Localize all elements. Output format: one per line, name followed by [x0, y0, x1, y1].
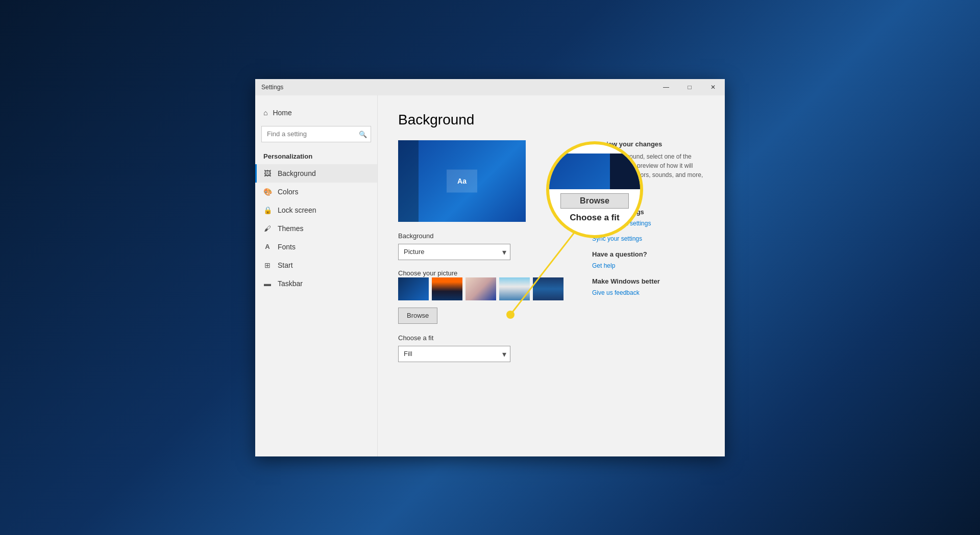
fonts-icon: A	[263, 243, 272, 251]
page-title: Background	[398, 112, 704, 128]
sidebar-item-label: Background	[278, 169, 316, 177]
colors-icon: 🎨	[263, 188, 272, 196]
desktop-preview: Aa	[398, 140, 526, 222]
sidebar: ⌂ Home 🔍 Personalization 🖼 Background 🎨 …	[255, 95, 378, 456]
sidebar-item-label: Start	[278, 261, 293, 269]
title-bar: Settings — □ ✕	[255, 79, 725, 95]
picture-thumb-4[interactable]	[499, 277, 530, 300]
main-content: Background Aa Background Picture Solid c…	[378, 95, 725, 456]
search-icon: 🔍	[359, 130, 367, 138]
home-icon: ⌂	[263, 109, 267, 117]
sidebar-item-themes[interactable]: 🖌 Themes	[255, 219, 377, 238]
sidebar-item-home[interactable]: ⌂ Home	[255, 104, 377, 122]
choose-fit-label: Choose a fit	[398, 334, 572, 342]
choose-fit-dropdown-wrapper: Fill Fit Stretch Tile Center Span ▾	[398, 346, 510, 362]
sidebar-item-label: Themes	[278, 224, 304, 233]
background-dropdown[interactable]: Picture Solid color Slideshow	[398, 244, 510, 260]
close-button[interactable]: ✕	[701, 79, 725, 95]
background-icon: 🖼	[263, 169, 272, 177]
sidebar-section-title: Personalization	[255, 150, 377, 164]
sidebar-item-start[interactable]: ⊞ Start	[255, 256, 377, 274]
picture-thumb-3[interactable]	[465, 277, 496, 300]
make-better-heading: Make Windows better	[592, 277, 704, 285]
choose-fit-dropdown[interactable]: Fill Fit Stretch Tile Center Span	[398, 346, 510, 362]
picture-thumb-5[interactable]	[533, 277, 564, 300]
content-left: Aa Background Picture Solid color Slides…	[398, 140, 572, 370]
picture-thumb-1[interactable]	[398, 277, 429, 300]
sidebar-item-taskbar[interactable]: ▬ Taskbar	[255, 274, 377, 293]
minimize-button[interactable]: —	[654, 79, 678, 95]
sidebar-item-label: Colors	[278, 188, 298, 196]
related-settings-heading: Related Settings	[592, 208, 704, 216]
preview-monitor-label: Aa	[447, 169, 477, 192]
sidebar-item-colors[interactable]: 🎨 Colors	[255, 183, 377, 201]
sidebar-search-container: 🔍	[261, 126, 371, 142]
sidebar-item-label: Fonts	[278, 243, 296, 251]
choose-picture-label: Choose your picture	[398, 269, 457, 277]
background-dropdown-label: Background	[398, 232, 572, 240]
high-contrast-link[interactable]: High contrast settings	[592, 220, 704, 227]
window-body: ⌂ Home 🔍 Personalization 🖼 Background 🎨 …	[255, 95, 725, 456]
home-label: Home	[273, 109, 291, 117]
preview-title: Preview your changes	[592, 140, 704, 148]
feedback-link[interactable]: Give us feedback	[592, 289, 704, 296]
sidebar-item-label: Lock screen	[278, 206, 316, 214]
picture-grid	[398, 277, 572, 300]
sidebar-item-background[interactable]: 🖼 Background	[255, 164, 377, 183]
picture-thumb-2[interactable]	[432, 277, 462, 300]
preview-description: Under Background, select one of the opti…	[592, 152, 704, 189]
sidebar-item-lock-screen[interactable]: 🔒 Lock screen	[255, 201, 377, 219]
browse-button[interactable]: Browse	[398, 308, 437, 324]
sync-settings-link[interactable]: Sync your settings	[592, 235, 704, 242]
go-to-themes-link[interactable]: Go to Themes	[592, 193, 704, 200]
content-right: Preview your changes Under Background, s…	[592, 140, 704, 370]
themes-icon: 🖌	[263, 224, 272, 233]
maximize-button[interactable]: □	[678, 79, 701, 95]
search-input[interactable]	[261, 126, 371, 142]
settings-window: Settings — □ ✕ ⌂ Home 🔍 Personalization	[255, 79, 725, 456]
have-question-heading: Have a question?	[592, 250, 704, 258]
get-help-link[interactable]: Get help	[592, 262, 704, 269]
sidebar-item-label: Taskbar	[278, 279, 303, 288]
start-icon: ⊞	[263, 261, 272, 269]
taskbar-icon: ▬	[263, 279, 272, 288]
window-title: Settings	[261, 84, 283, 91]
window-controls: — □ ✕	[654, 79, 725, 95]
content-row: Aa Background Picture Solid color Slides…	[398, 140, 704, 370]
lock-screen-icon: 🔒	[263, 206, 272, 214]
background-dropdown-wrapper: Picture Solid color Slideshow ▾	[398, 244, 510, 260]
sidebar-item-fonts[interactable]: A Fonts	[255, 238, 377, 256]
